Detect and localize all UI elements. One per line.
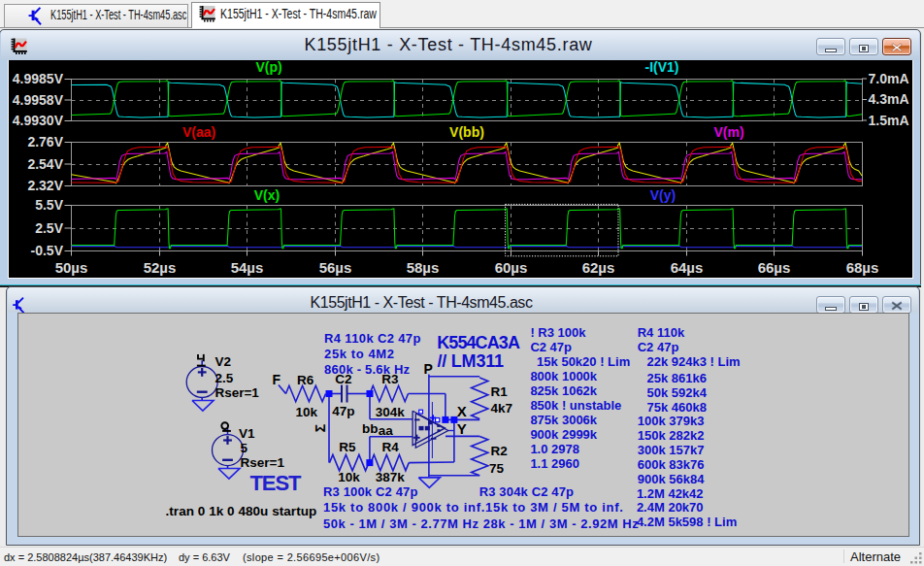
svg-text:54µs: 54µs xyxy=(231,259,264,276)
svg-text:V(bb): V(bb) xyxy=(449,124,484,140)
svg-text:1.2M 42k42: 1.2M 42k42 xyxy=(636,486,703,501)
svg-text:100k 379k3: 100k 379k3 xyxy=(637,414,704,428)
svg-text:V(aa): V(aa) xyxy=(182,124,215,140)
svg-text:75k 460k8: 75k 460k8 xyxy=(646,400,706,415)
svg-text:R4 110k C2 47p: R4 110k C2 47p xyxy=(324,331,421,346)
svg-text:Σ: Σ xyxy=(313,424,328,432)
svg-text:K554CA3A: K554CA3A xyxy=(437,333,520,352)
svg-text:64µs: 64µs xyxy=(671,259,704,276)
svg-text:aa: aa xyxy=(378,423,393,438)
svg-text:Rser=1: Rser=1 xyxy=(240,455,284,470)
svg-text:5.5V: 5.5V xyxy=(35,197,63,213)
svg-text:50k - 1M / 3M - 2.77M Hz 28k -: 50k - 1M / 3M - 2.77M Hz 28k - 1M / 3M -… xyxy=(323,516,639,531)
svg-text:1.5mA: 1.5mA xyxy=(869,113,909,128)
svg-text:V(x): V(x) xyxy=(254,187,280,203)
svg-text:2.5: 2.5 xyxy=(214,371,233,385)
svg-text:58µs: 58µs xyxy=(407,259,440,276)
svg-text:2.32V: 2.32V xyxy=(27,178,63,193)
svg-text:R1: R1 xyxy=(490,384,508,399)
svg-text:2.4M 20k70: 2.4M 20k70 xyxy=(636,500,703,515)
svg-text:TEST: TEST xyxy=(249,471,301,495)
svg-text:387k: 387k xyxy=(375,470,405,484)
svg-text:15k 50k20 ! Lim: 15k 50k20 ! Lim xyxy=(537,354,630,369)
svg-text:V2: V2 xyxy=(214,354,231,369)
svg-text:1.1 2960: 1.1 2960 xyxy=(530,456,579,471)
svg-text:900k 56k84: 900k 56k84 xyxy=(637,472,704,486)
svg-text:4.9958V: 4.9958V xyxy=(13,92,64,108)
svg-text:860k - 5.6k Hz: 860k - 5.6k Hz xyxy=(324,362,410,377)
svg-text:600k 83k76: 600k 83k76 xyxy=(637,457,704,472)
svg-text:4k7: 4k7 xyxy=(490,401,512,416)
svg-text:2.5V: 2.5V xyxy=(35,220,63,236)
svg-text:// LM311: // LM311 xyxy=(437,351,504,371)
svg-text:10k: 10k xyxy=(295,405,317,419)
svg-text:56µs: 56µs xyxy=(319,259,352,276)
svg-text:F: F xyxy=(272,372,280,387)
svg-text:50µs: 50µs xyxy=(55,259,88,276)
svg-text:4.9930V: 4.9930V xyxy=(13,113,64,128)
svg-text:R2: R2 xyxy=(490,444,507,458)
svg-text:X: X xyxy=(456,403,466,419)
svg-text:! R3 100k: ! R3 100k xyxy=(530,325,586,340)
svg-text:5: 5 xyxy=(240,441,248,455)
svg-text:C2 47p: C2 47p xyxy=(530,340,572,354)
svg-text:R3 304k C2 47p: R3 304k C2 47p xyxy=(478,484,574,499)
svg-text:2.54V: 2.54V xyxy=(27,156,63,172)
svg-text:bb: bb xyxy=(361,421,378,436)
svg-text:R3 100k C2 47p: R3 100k C2 47p xyxy=(323,484,418,499)
svg-text:-0.5V: -0.5V xyxy=(31,243,64,258)
svg-text:47p: 47p xyxy=(332,404,354,418)
svg-text:22k 924k3 ! Lim: 22k 924k3 ! Lim xyxy=(646,354,740,369)
svg-text:304k: 304k xyxy=(375,405,405,419)
svg-text:25k 861k6: 25k 861k6 xyxy=(646,371,706,385)
svg-text:Rser=1: Rser=1 xyxy=(214,385,259,400)
svg-text:Y: Y xyxy=(456,420,466,437)
svg-text:50k 592k4: 50k 592k4 xyxy=(646,385,707,400)
svg-text:150k 282k2: 150k 282k2 xyxy=(637,428,704,443)
svg-text:V(p): V(p) xyxy=(255,60,281,75)
svg-text:2.76V: 2.76V xyxy=(27,134,63,150)
svg-text:-I(V1): -I(V1) xyxy=(645,60,679,75)
svg-text:R5: R5 xyxy=(339,440,356,454)
svg-text:.tran 0 1k 0 480u startup: .tran 0 1k 0 480u startup xyxy=(165,504,316,518)
svg-text:V(m): V(m) xyxy=(713,124,743,140)
svg-text:4.3mA: 4.3mA xyxy=(869,91,909,107)
svg-text:R4 110k: R4 110k xyxy=(637,325,684,340)
svg-text:V1: V1 xyxy=(239,426,255,441)
svg-text:75: 75 xyxy=(489,461,505,476)
svg-text:C2 47p: C2 47p xyxy=(637,340,678,354)
svg-text:800k 1000k: 800k 1000k xyxy=(530,369,597,383)
svg-text:900k 2999k: 900k 2999k xyxy=(530,427,597,442)
svg-text:15k to 800k / 900k to inf.15k: 15k to 800k / 900k to inf.15k to 3M / 5M… xyxy=(323,500,624,515)
svg-text:875k 3006k: 875k 3006k xyxy=(530,413,597,427)
svg-text:V(y): V(y) xyxy=(650,187,676,203)
svg-text:62µs: 62µs xyxy=(582,259,615,276)
svg-text:10k: 10k xyxy=(338,470,360,484)
svg-text:P: P xyxy=(423,361,432,377)
svg-text:66µs: 66µs xyxy=(758,259,791,276)
svg-text:825k 1062k: 825k 1062k xyxy=(530,383,597,398)
svg-text:850k ! unstable: 850k ! unstable xyxy=(530,398,621,413)
svg-text:52µs: 52µs xyxy=(144,259,177,276)
svg-text:R6: R6 xyxy=(297,373,314,387)
svg-text:60µs: 60µs xyxy=(495,259,528,276)
svg-text:300k 157k7: 300k 157k7 xyxy=(637,443,704,457)
svg-text:4.9985V: 4.9985V xyxy=(13,71,64,86)
svg-text:R4: R4 xyxy=(381,440,399,454)
svg-text:25k to 4M2: 25k to 4M2 xyxy=(324,347,394,361)
svg-text:1.0 2978: 1.0 2978 xyxy=(530,442,579,456)
svg-text:4.2M 5k598 ! Lim: 4.2M 5k598 ! Lim xyxy=(636,515,736,529)
svg-text:68µs: 68µs xyxy=(846,259,879,276)
svg-text:7.0mA: 7.0mA xyxy=(869,71,909,86)
